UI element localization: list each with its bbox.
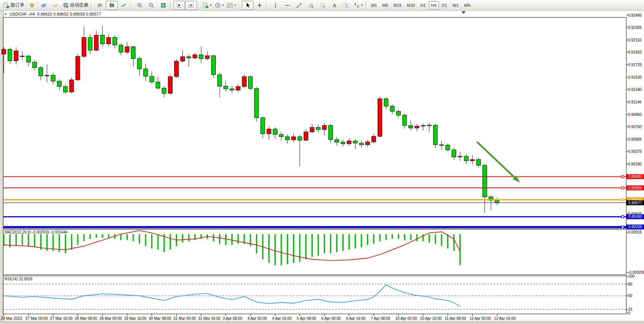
candle-chart-icon xyxy=(109,2,115,8)
text-button[interactable]: A xyxy=(328,1,340,10)
svg-text:A: A xyxy=(333,3,336,8)
tile-windows-icon xyxy=(160,2,166,8)
candle-chart-button[interactable] xyxy=(106,1,118,10)
timeframe-mn-button[interactable]: MN xyxy=(462,1,473,10)
periods-button[interactable]: ▾ xyxy=(213,1,225,10)
autotrade-icon xyxy=(63,2,69,8)
zoom-out-button[interactable] xyxy=(145,1,157,10)
market-watch-icon xyxy=(29,2,35,8)
bar-chart-button[interactable] xyxy=(94,1,106,10)
chart-title-bar: ▼ USDCHF-,H4 0.89632 0.89652 0.89558 0.8… xyxy=(4,12,101,16)
auto-trading-button[interactable]: 自动交易 xyxy=(61,1,90,10)
signal-icon xyxy=(53,2,59,8)
new-order-button[interactable]: 新订单 xyxy=(2,1,26,10)
chevron-down-icon[interactable]: ▾ xyxy=(234,3,236,7)
timeframe-h4-button[interactable]: H4 xyxy=(429,1,439,10)
cursor-button[interactable] xyxy=(242,1,253,10)
data-window-button[interactable] xyxy=(38,1,49,10)
trendline-button[interactable] xyxy=(293,1,305,10)
signals-button[interactable] xyxy=(49,1,61,10)
arrows-tool-icon xyxy=(354,2,360,8)
symbol-title: USDCHF-,H4 xyxy=(10,12,35,16)
collapse-chart-icon[interactable]: ▼ xyxy=(4,13,7,16)
svg-text:T: T xyxy=(345,3,348,7)
vline-icon xyxy=(273,2,279,8)
label-button[interactable]: T xyxy=(340,1,352,10)
line-chart-icon xyxy=(121,2,127,8)
channel-button[interactable]: E xyxy=(305,1,317,10)
toolbar-separator xyxy=(91,2,93,9)
chevron-down-icon[interactable]: ▾ xyxy=(210,3,212,7)
vertical-line-button[interactable] xyxy=(269,1,281,10)
line-chart-button[interactable] xyxy=(118,1,129,10)
status-bar xyxy=(0,321,644,324)
text-tool-icon: A xyxy=(332,2,338,8)
periods-clock-icon xyxy=(215,2,221,8)
crosshair-icon xyxy=(257,2,263,8)
crosshair-button[interactable] xyxy=(253,1,265,10)
chart-window[interactable] xyxy=(3,11,644,321)
toolbar-separator xyxy=(239,2,241,9)
market-watch-button[interactable] xyxy=(26,1,38,10)
cloud-icon xyxy=(41,2,47,8)
toolbar-separator xyxy=(365,2,367,9)
zoom-out-icon xyxy=(148,2,155,8)
templates-button[interactable]: ▾ xyxy=(225,1,238,10)
bar-chart-icon xyxy=(97,2,103,8)
window-left-frame xyxy=(0,11,4,324)
rsi-indicator-label: RSI(14) 22.9526 xyxy=(5,277,32,281)
chart-shift-button[interactable] xyxy=(185,1,197,10)
fibonacci-icon: F xyxy=(320,2,326,8)
chevron-down-icon[interactable]: ▾ xyxy=(222,3,224,7)
zoom-in-icon xyxy=(137,2,143,8)
toolbar-separator xyxy=(131,2,132,9)
auto-trading-button-label: 自动交易 xyxy=(70,2,88,8)
chevron-down-icon[interactable]: ▾ xyxy=(361,3,363,7)
main-toolbar: 新订单自动交易▾▾▾EFAT▾M1M5M15M30H1H4D1W1MN xyxy=(0,0,644,11)
timeframe-m15-button[interactable]: M15 xyxy=(391,1,404,10)
timeframe-w1-button[interactable]: W1 xyxy=(450,1,461,10)
new-order-button-label: 新订单 xyxy=(11,2,24,8)
channel-icon: E xyxy=(308,2,314,8)
timeframe-m1-button[interactable]: M1 xyxy=(369,1,379,10)
cursor-icon xyxy=(245,2,251,8)
timeframe-h1-button[interactable]: H1 xyxy=(418,1,428,10)
zoom-in-button[interactable] xyxy=(134,1,145,10)
timeframe-m5-button[interactable]: M5 xyxy=(380,1,390,10)
trendline-icon xyxy=(296,2,302,8)
toolbar-separator xyxy=(198,2,200,9)
new-order-icon xyxy=(3,2,10,8)
tile-windows-button[interactable] xyxy=(157,1,169,10)
indicators-icon xyxy=(202,2,209,8)
macd-indicator-label: MACD(12,26,9) -0.002569 -0.001444 xyxy=(5,230,67,234)
horizontal-line-button[interactable] xyxy=(281,1,293,10)
fibonacci-button[interactable]: F xyxy=(317,1,328,10)
chart-shift-icon xyxy=(188,2,194,8)
auto-scroll-button[interactable] xyxy=(173,1,185,10)
svg-text:F: F xyxy=(323,6,325,8)
arrows-button[interactable]: ▾ xyxy=(352,1,364,10)
timeframe-d1-button[interactable]: D1 xyxy=(440,1,450,10)
toolbar-separator xyxy=(266,2,268,9)
timeframe-m30-button[interactable]: M30 xyxy=(405,1,417,10)
templates-icon xyxy=(227,2,233,8)
auto-scroll-icon xyxy=(176,2,182,8)
indicators-button[interactable]: ▾ xyxy=(201,1,213,10)
label-tool-icon: T xyxy=(343,2,349,8)
svg-text:E: E xyxy=(312,6,314,8)
ohlc-values: 0.89632 0.89652 0.89558 0.89577 xyxy=(37,12,101,16)
toolbar-separator xyxy=(170,2,172,9)
hline-icon xyxy=(284,2,290,8)
